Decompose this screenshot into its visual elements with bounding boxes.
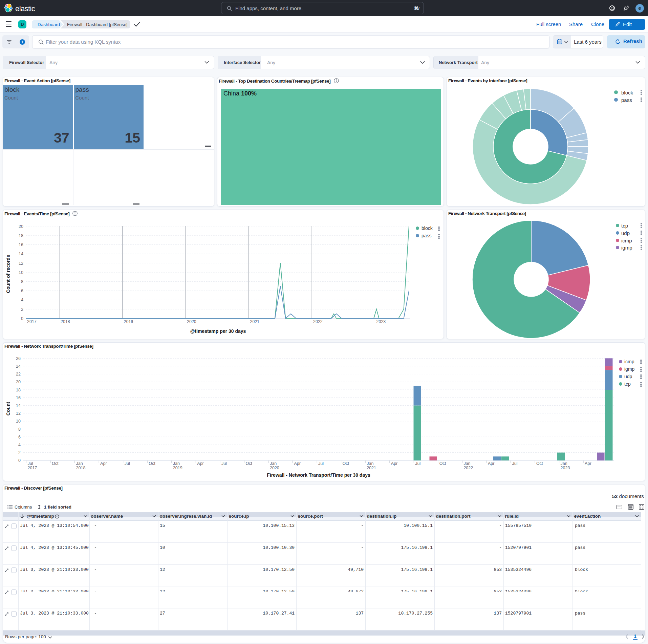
svg-text:6: 6	[18, 435, 21, 439]
svg-text:@timestamp per 30 days: @timestamp per 30 days	[190, 328, 246, 334]
svg-text:Oct: Oct	[245, 461, 252, 466]
svg-text:22: 22	[16, 372, 21, 377]
svg-text:12: 12	[19, 261, 23, 266]
svg-text:16: 16	[19, 242, 23, 247]
svg-text:Oct: Oct	[439, 461, 446, 466]
svg-text:2022: 2022	[313, 319, 323, 324]
svg-text:Count of records: Count of records	[5, 255, 11, 293]
svg-text:Jul: Jul	[512, 461, 518, 466]
svg-text:12: 12	[16, 411, 21, 416]
svg-text:2021: 2021	[250, 319, 260, 324]
svg-text:Jan: Jan	[561, 461, 567, 466]
svg-text:Oct: Oct	[149, 461, 155, 466]
svg-text:Jan: Jan	[173, 461, 180, 466]
svg-text:Jul: Jul	[28, 461, 33, 466]
svg-text:2018: 2018	[76, 466, 86, 470]
svg-text:Dashboard: Dashboard	[38, 22, 60, 27]
svg-text:Apr: Apr	[585, 461, 591, 466]
svg-text:2020: 2020	[187, 319, 196, 324]
svg-text:Jan: Jan	[367, 461, 373, 466]
svg-text:Apr: Apr	[197, 461, 203, 466]
svg-text:Firewall - Dashboard [pfSense]: Firewall - Dashboard [pfSense]	[67, 22, 127, 27]
svg-text:Jan: Jan	[76, 461, 83, 466]
svg-text:18: 18	[16, 388, 21, 392]
svg-text:Jan: Jan	[463, 461, 470, 466]
svg-text:14: 14	[19, 252, 23, 256]
svg-text:2017: 2017	[28, 466, 37, 470]
svg-text:8: 8	[21, 279, 23, 284]
svg-text:2019: 2019	[173, 466, 182, 470]
svg-text:2019: 2019	[124, 319, 133, 324]
svg-text:Jan: Jan	[270, 461, 277, 466]
svg-text:6: 6	[21, 288, 23, 293]
svg-text:Jul: Jul	[221, 461, 227, 466]
svg-text:4: 4	[21, 298, 23, 302]
svg-text:Jul: Jul	[125, 461, 130, 466]
svg-text:0: 0	[18, 458, 21, 463]
svg-text:20: 20	[19, 224, 23, 229]
svg-text:Oct: Oct	[343, 461, 349, 466]
svg-text:Apr: Apr	[488, 461, 494, 466]
svg-text:0: 0	[21, 316, 23, 321]
svg-text:2017: 2017	[27, 319, 37, 324]
svg-text:Apr: Apr	[391, 461, 397, 466]
svg-text:Oct: Oct	[536, 461, 543, 466]
svg-text:26: 26	[16, 356, 21, 361]
svg-text:Jul: Jul	[415, 461, 420, 466]
svg-text:18: 18	[19, 233, 23, 238]
svg-text:2: 2	[21, 307, 23, 312]
svg-text:2023: 2023	[561, 466, 570, 470]
svg-text:2021: 2021	[367, 466, 376, 470]
svg-text:16: 16	[16, 395, 21, 400]
svg-text:Apr: Apr	[100, 461, 107, 466]
svg-text:Apr: Apr	[294, 461, 301, 466]
svg-text:Oct: Oct	[52, 461, 59, 466]
svg-text:14: 14	[16, 403, 21, 408]
svg-text:8: 8	[18, 427, 21, 432]
svg-text:10: 10	[19, 270, 23, 275]
svg-text:Jul: Jul	[318, 461, 324, 466]
svg-text:2022: 2022	[463, 466, 473, 470]
svg-text:2: 2	[18, 450, 21, 455]
svg-text:2023: 2023	[376, 319, 386, 324]
svg-text:2018: 2018	[61, 319, 70, 324]
svg-text:10: 10	[16, 419, 21, 424]
svg-text:4: 4	[18, 443, 21, 447]
svg-text:24: 24	[16, 364, 21, 369]
svg-text:Count: Count	[5, 402, 11, 415]
svg-text:Firewall - Network Transport/T: Firewall - Network Transport/Time per 30…	[267, 472, 370, 478]
svg-text:2020: 2020	[270, 466, 279, 470]
svg-text:20: 20	[16, 380, 21, 384]
